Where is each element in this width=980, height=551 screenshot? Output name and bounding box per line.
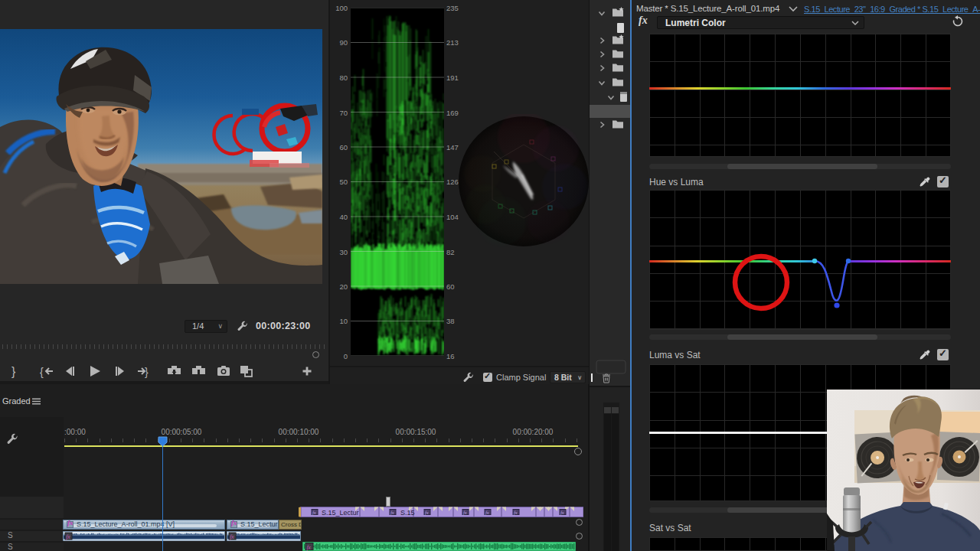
svg-text:fx: fx <box>390 510 394 515</box>
svg-text:}: } <box>145 366 149 378</box>
svg-text:}: } <box>11 365 16 378</box>
svg-text:fx: fx <box>514 510 518 515</box>
svg-text:fx: fx <box>425 510 429 515</box>
svg-text:fx: fx <box>306 544 311 551</box>
svg-text:fx: fx <box>560 510 564 515</box>
svg-text:fx: fx <box>230 533 234 540</box>
svg-text:S.15_Lectur: S.15_Lectur <box>322 509 359 517</box>
svg-text:fx: fx <box>66 533 70 540</box>
svg-text:fx: fx <box>485 510 489 515</box>
svg-text:S.15: S.15 <box>400 509 415 517</box>
svg-text:fx: fx <box>312 510 316 515</box>
svg-text:{: { <box>40 366 44 378</box>
svg-text:fx: fx <box>463 510 467 515</box>
